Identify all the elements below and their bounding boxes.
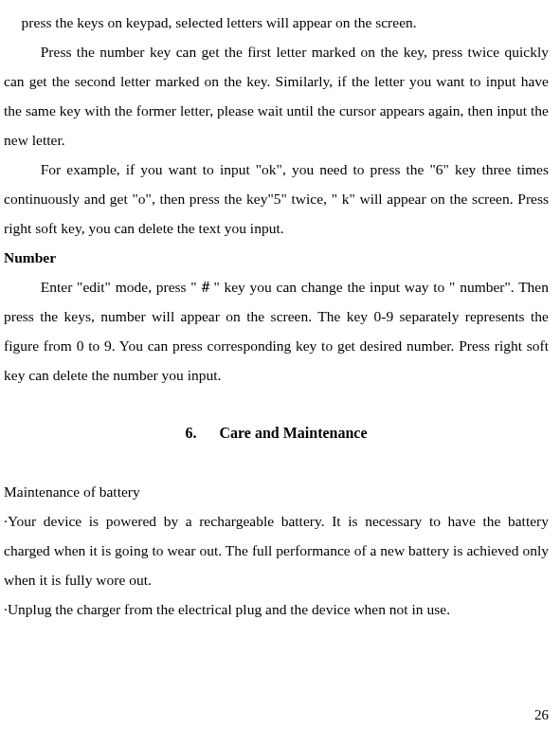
bullet-point-2: ·Unplug the charger from the electrical …	[4, 594, 549, 624]
heading-number: Number	[4, 243, 549, 272]
paragraph-press-number: Press the number key can get the first l…	[4, 37, 549, 155]
paragraph-example: For example, if you want to input "ok", …	[4, 155, 549, 243]
chapter-number: 6.	[185, 425, 196, 441]
paragraph-number-mode: Enter "edit" mode, press "＃" key you can…	[4, 272, 549, 390]
subsection-maintenance: Maintenance of battery	[4, 477, 549, 506]
bullet-point-1: ·Your device is powered by a rechargeabl…	[4, 506, 549, 594]
chapter-title: Care and Maintenance	[219, 425, 367, 441]
paragraph-intro: press the keys on keypad, selected lette…	[4, 8, 549, 37]
page-number: 26	[534, 707, 549, 723]
chapter-heading: 6. Care and Maintenance	[4, 418, 549, 448]
